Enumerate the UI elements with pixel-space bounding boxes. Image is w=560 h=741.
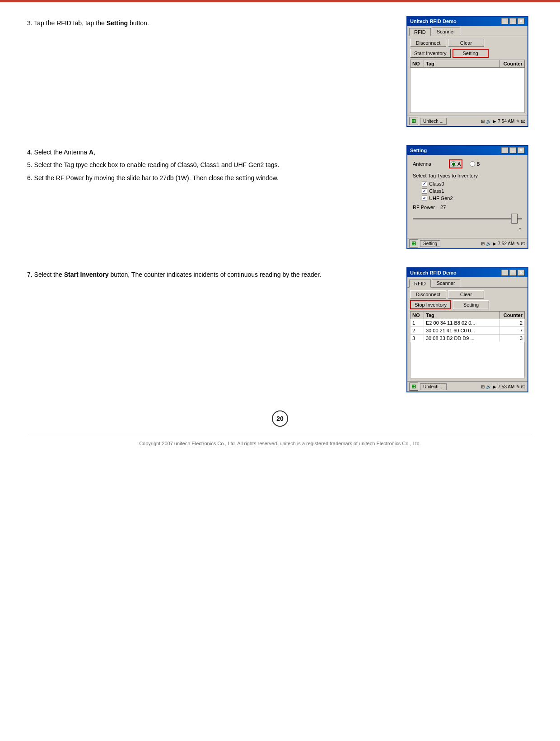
uhfgen2-checkbox[interactable]: ✓	[422, 196, 427, 201]
cell-counter: 7	[500, 327, 525, 335]
col-header-counter-1: Counter	[500, 60, 525, 68]
taskbar-left-3: ⊞ Unitech ...	[409, 382, 447, 391]
taskbar-start-1[interactable]: ⊞	[409, 117, 418, 125]
setting-close-btn[interactable]: ✕	[518, 147, 525, 154]
tag-types-section: Select Tag Types to Inventory ✓ Class0 ✓…	[413, 173, 522, 201]
setting-maximize-btn[interactable]: □	[509, 147, 517, 154]
close-button-3[interactable]: ✕	[518, 270, 525, 276]
rfid-demo-window-1: Unitech RFID Demo _ □ ✕ RFID Scanner Dis…	[406, 16, 528, 127]
tab-scanner-1[interactable]: Scanner	[432, 28, 460, 36]
class0-label: Class0	[429, 181, 444, 186]
win-tabs-1: RFID Scanner	[407, 26, 527, 36]
col-header-tag-1: Tag	[424, 60, 500, 68]
step-3-text-pre: 3. Tap the RFID tab, tap the	[27, 19, 107, 27]
disconnect-button-3[interactable]: Disconnect	[410, 290, 446, 298]
rf-power-label: RF Power :	[413, 205, 438, 210]
table-row: 1 E2 00 34 11 B8 02 0... 2	[411, 319, 525, 327]
antenna-a-option[interactable]: A	[449, 159, 462, 168]
table-row: 3 30 08 33 B2 DD D9 ... 3	[411, 335, 525, 342]
start-icon-3: ⊞	[411, 383, 416, 390]
setting-taskbar-start[interactable]: ⊞	[409, 239, 418, 247]
maximize-button-1[interactable]: □	[509, 18, 517, 24]
setting-titlebar-buttons: _ □ ✕	[501, 147, 525, 154]
cell-counter: 3	[500, 335, 525, 342]
rfid-demo-title-1: Unitech RFID Demo	[410, 19, 457, 24]
taskbar-3: ⊞ Unitech ... ⊞ 🔊 ▶ 7:53 AM ✎ 🖂	[407, 381, 527, 391]
setting-button-3[interactable]: Setting	[453, 300, 489, 309]
clear-button-3[interactable]: Clear	[448, 290, 484, 298]
step-5-text: 5. Select the Tag tpye check box to enab…	[27, 160, 393, 170]
slider-thumb[interactable]	[511, 214, 518, 224]
taskbar-1: ⊞ Unitech ... ⊞ 🔊 ▶ 7:54 AM ✎ 🖂	[407, 116, 527, 126]
setting-taskbar-right: ⊞ 🔊 ▶ 7:52 AM ✎ 🖂	[481, 241, 526, 246]
taskbar-app-1[interactable]: Unitech ...	[420, 118, 447, 125]
class0-checkbox[interactable]: ✓	[422, 181, 427, 186]
win-body-1: Disconnect Clear Start Inventory Setting…	[407, 36, 527, 116]
antenna-a-radio[interactable]	[451, 161, 456, 167]
step-3-text-post: button.	[128, 19, 149, 27]
slider-track	[413, 218, 522, 219]
setting-body: Antenna A B	[407, 155, 527, 238]
setting-window: Setting _ □ ✕ Antenna A	[406, 145, 528, 249]
rfid-demo-titlebar-1: Unitech RFID Demo _ □ ✕	[407, 17, 527, 26]
setting-taskbar-extra: ✎ 🖂	[516, 241, 526, 246]
taskbar-icons-3: ⊞ 🔊 ▶	[481, 384, 496, 389]
col-header-no-3: NO	[411, 312, 424, 319]
win-toolbar-row2-1: Start Inventory Setting	[410, 49, 525, 58]
taskbar-icons-1: ⊞ 🔊 ▶	[481, 119, 496, 124]
rfid-demo-titlebar-3: Unitech RFID Demo _ □ ✕	[407, 268, 527, 277]
tag-types-label: Select Tag Types to Inventory	[413, 173, 522, 178]
rfid-table-3: NO Tag Counter 1 E2 00 34 11 B8 02 0... …	[410, 311, 525, 342]
setting-taskbar-app[interactable]: Setting	[420, 240, 440, 247]
footer: Copyright 2007 unitech Electronics Co., …	[27, 436, 533, 451]
taskbar-extra-icons-1: ✎ 🖂	[516, 119, 526, 124]
rf-slider-container: ↓	[413, 214, 522, 233]
step-4-text: 4. Select the Antenna A,	[27, 147, 393, 157]
cell-no: 2	[411, 327, 424, 335]
antenna-b-option[interactable]: B	[470, 161, 480, 167]
titlebar-buttons-3: _ □ ✕	[501, 270, 525, 276]
tab-scanner-3[interactable]: Scanner	[432, 279, 460, 287]
antenna-b-radio[interactable]	[470, 161, 475, 167]
start-inventory-button-1[interactable]: Start Inventory	[410, 49, 451, 58]
minimize-button-3[interactable]: _	[501, 270, 509, 276]
taskbar-time-3: 7:53 AM	[498, 384, 515, 389]
section-3-text: 7. Select the Start Inventory button, Th…	[27, 267, 406, 282]
col-header-counter-3: Counter	[500, 312, 525, 319]
clear-button-1[interactable]: Clear	[448, 39, 484, 47]
maximize-button-3[interactable]: □	[509, 270, 517, 276]
setting-minimize-btn[interactable]: _	[501, 147, 509, 154]
page-number: 20	[272, 410, 288, 427]
setting-taskbar-time: 7:52 AM	[498, 241, 515, 246]
tab-rfid-3[interactable]: RFID	[409, 280, 431, 288]
section-2: 4. Select the Antenna A, 5. Select the T…	[27, 145, 533, 249]
close-button-1[interactable]: ✕	[518, 18, 525, 24]
antenna-label: Antenna	[413, 161, 449, 167]
step-6-text: 6. Set the RF Power by moving the slide …	[27, 173, 393, 183]
setting-button-1[interactable]: Setting	[453, 49, 489, 58]
disconnect-button-1[interactable]: Disconnect	[410, 39, 446, 47]
class1-checkbox[interactable]: ✓	[422, 188, 427, 194]
table-row: 2 30 00 21 41 60 C0 0... 7	[411, 327, 525, 335]
win-toolbar-row1-3: Disconnect Clear	[410, 290, 525, 298]
uhfgen2-label: UHF Gen2	[429, 196, 453, 201]
antenna-radio-group: A B	[449, 159, 480, 168]
rfid-demo-window-3: Unitech RFID Demo _ □ ✕ RFID Scanner Dis…	[406, 267, 528, 392]
slider-arrow-down: ↓	[413, 222, 522, 232]
setting-start-icon: ⊞	[411, 240, 416, 247]
checkbox-group: ✓ Class0 ✓ Class1 ✓ UHF Gen2	[422, 181, 522, 201]
setting-taskbar: ⊞ Setting ⊞ 🔊 ▶ 7:52 AM ✎ 🖂	[407, 238, 527, 248]
taskbar-right-1: ⊞ 🔊 ▶ 7:54 AM ✎ 🖂	[481, 119, 526, 124]
taskbar-app-3[interactable]: Unitech ...	[420, 383, 447, 390]
cell-tag: 30 00 21 41 60 C0 0...	[424, 327, 500, 335]
minimize-button-1[interactable]: _	[501, 18, 509, 24]
stop-inventory-button-3[interactable]: Stop Inventory	[410, 300, 451, 309]
cell-counter: 2	[500, 319, 525, 327]
section-2-text: 4. Select the Antenna A, 5. Select the T…	[27, 145, 406, 186]
tab-rfid-1[interactable]: RFID	[409, 28, 431, 36]
step-7-text-post: button, The counter indicates incidents …	[109, 271, 322, 278]
class0-item: ✓ Class0	[422, 181, 522, 186]
taskbar-start-3[interactable]: ⊞	[409, 382, 418, 391]
section-3-screenshot: Unitech RFID Demo _ □ ✕ RFID Scanner Dis…	[406, 267, 533, 392]
setting-title: Setting	[410, 148, 427, 153]
